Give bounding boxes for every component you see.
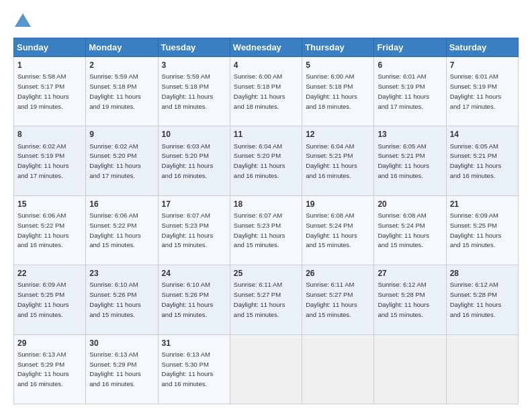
day-number: 4 bbox=[234, 60, 298, 71]
day-info: Sunrise: 6:06 AM Sunset: 5:22 PM Dayligh… bbox=[17, 212, 69, 248]
day-cell: 1Sunrise: 5:58 AM Sunset: 5:17 PM Daylig… bbox=[14, 57, 86, 126]
day-info: Sunrise: 6:03 AM Sunset: 5:20 PM Dayligh… bbox=[162, 142, 214, 179]
day-cell: 9Sunrise: 6:02 AM Sunset: 5:20 PM Daylig… bbox=[86, 126, 158, 195]
day-number: 7 bbox=[450, 60, 515, 71]
day-info: Sunrise: 6:01 AM Sunset: 5:19 PM Dayligh… bbox=[450, 73, 502, 109]
day-cell: 20Sunrise: 6:08 AM Sunset: 5:24 PM Dayli… bbox=[374, 195, 446, 265]
week-row: 29Sunrise: 6:13 AM Sunset: 5:29 PM Dayli… bbox=[14, 334, 519, 404]
day-cell: 13Sunrise: 6:05 AM Sunset: 5:21 PM Dayli… bbox=[374, 126, 446, 195]
day-cell: 25Sunrise: 6:11 AM Sunset: 5:27 PM Dayli… bbox=[230, 265, 302, 334]
day-cell: 17Sunrise: 6:07 AM Sunset: 5:23 PM Dayli… bbox=[158, 195, 230, 265]
day-info: Sunrise: 6:05 AM Sunset: 5:21 PM Dayligh… bbox=[378, 142, 429, 179]
day-info: Sunrise: 5:59 AM Sunset: 5:18 PM Dayligh… bbox=[162, 73, 214, 109]
day-cell: 22Sunrise: 6:09 AM Sunset: 5:25 PM Dayli… bbox=[14, 265, 86, 334]
header-cell-wednesday: Wednesday bbox=[230, 38, 302, 57]
day-number: 11 bbox=[234, 129, 298, 140]
day-info: Sunrise: 6:12 AM Sunset: 5:28 PM Dayligh… bbox=[378, 281, 429, 318]
day-number: 24 bbox=[162, 268, 226, 279]
day-number: 15 bbox=[17, 199, 82, 210]
day-cell: 12Sunrise: 6:04 AM Sunset: 5:21 PM Dayli… bbox=[302, 126, 374, 195]
day-info: Sunrise: 6:11 AM Sunset: 5:27 PM Dayligh… bbox=[234, 281, 285, 318]
day-info: Sunrise: 6:10 AM Sunset: 5:26 PM Dayligh… bbox=[89, 281, 141, 318]
day-number: 17 bbox=[162, 199, 226, 210]
header-cell-monday: Monday bbox=[86, 38, 158, 57]
week-row: 8Sunrise: 6:02 AM Sunset: 5:19 PM Daylig… bbox=[14, 126, 519, 195]
day-number: 12 bbox=[306, 129, 370, 140]
header-cell-saturday: Saturday bbox=[446, 38, 518, 57]
day-number: 31 bbox=[162, 338, 226, 349]
header bbox=[13, 11, 519, 31]
day-cell: 3Sunrise: 5:59 AM Sunset: 5:18 PM Daylig… bbox=[158, 57, 230, 126]
day-cell: 16Sunrise: 6:06 AM Sunset: 5:22 PM Dayli… bbox=[86, 195, 158, 265]
day-cell bbox=[302, 334, 374, 404]
calendar: SundayMondayTuesdayWednesdayThursdayFrid… bbox=[13, 38, 519, 404]
day-number: 30 bbox=[89, 338, 154, 349]
day-cell: 8Sunrise: 6:02 AM Sunset: 5:19 PM Daylig… bbox=[14, 126, 86, 195]
week-row: 15Sunrise: 6:06 AM Sunset: 5:22 PM Dayli… bbox=[14, 195, 519, 265]
day-cell: 11Sunrise: 6:04 AM Sunset: 5:20 PM Dayli… bbox=[230, 126, 302, 195]
header-cell-sunday: Sunday bbox=[14, 38, 86, 57]
day-info: Sunrise: 6:09 AM Sunset: 5:25 PM Dayligh… bbox=[17, 281, 69, 318]
day-cell: 5Sunrise: 6:00 AM Sunset: 5:18 PM Daylig… bbox=[302, 57, 374, 126]
day-cell: 10Sunrise: 6:03 AM Sunset: 5:20 PM Dayli… bbox=[158, 126, 230, 195]
day-info: Sunrise: 6:07 AM Sunset: 5:23 PM Dayligh… bbox=[234, 212, 285, 248]
day-cell: 24Sunrise: 6:10 AM Sunset: 5:26 PM Dayli… bbox=[158, 265, 230, 334]
calendar-body: 1Sunrise: 5:58 AM Sunset: 5:17 PM Daylig… bbox=[14, 57, 519, 404]
day-number: 9 bbox=[89, 129, 154, 140]
day-info: Sunrise: 6:13 AM Sunset: 5:29 PM Dayligh… bbox=[17, 351, 69, 387]
day-cell: 14Sunrise: 6:05 AM Sunset: 5:21 PM Dayli… bbox=[446, 126, 518, 195]
day-info: Sunrise: 6:11 AM Sunset: 5:27 PM Dayligh… bbox=[306, 281, 357, 318]
day-number: 25 bbox=[234, 268, 298, 279]
day-info: Sunrise: 6:08 AM Sunset: 5:24 PM Dayligh… bbox=[306, 212, 357, 248]
day-cell: 31Sunrise: 6:13 AM Sunset: 5:30 PM Dayli… bbox=[158, 334, 230, 404]
day-cell: 21Sunrise: 6:09 AM Sunset: 5:25 PM Dayli… bbox=[446, 195, 518, 265]
day-cell bbox=[374, 334, 446, 404]
week-row: 1Sunrise: 5:58 AM Sunset: 5:17 PM Daylig… bbox=[14, 57, 519, 126]
day-number: 18 bbox=[234, 199, 298, 210]
header-cell-friday: Friday bbox=[374, 38, 446, 57]
day-number: 20 bbox=[378, 199, 442, 210]
day-number: 28 bbox=[450, 268, 515, 279]
day-info: Sunrise: 6:00 AM Sunset: 5:18 PM Dayligh… bbox=[306, 73, 357, 109]
day-info: Sunrise: 5:58 AM Sunset: 5:17 PM Dayligh… bbox=[17, 73, 69, 109]
day-cell: 7Sunrise: 6:01 AM Sunset: 5:19 PM Daylig… bbox=[446, 57, 518, 126]
day-number: 23 bbox=[89, 268, 154, 279]
day-info: Sunrise: 6:06 AM Sunset: 5:22 PM Dayligh… bbox=[89, 212, 141, 248]
day-info: Sunrise: 6:13 AM Sunset: 5:29 PM Dayligh… bbox=[89, 351, 141, 387]
header-row: SundayMondayTuesdayWednesdayThursdayFrid… bbox=[14, 38, 519, 57]
header-cell-tuesday: Tuesday bbox=[158, 38, 230, 57]
day-info: Sunrise: 6:02 AM Sunset: 5:20 PM Dayligh… bbox=[89, 142, 141, 179]
day-info: Sunrise: 6:09 AM Sunset: 5:25 PM Dayligh… bbox=[450, 212, 502, 248]
day-number: 3 bbox=[162, 60, 226, 71]
day-info: Sunrise: 5:59 AM Sunset: 5:18 PM Dayligh… bbox=[89, 73, 141, 109]
day-info: Sunrise: 6:07 AM Sunset: 5:23 PM Dayligh… bbox=[162, 212, 214, 248]
day-number: 13 bbox=[378, 129, 442, 140]
day-info: Sunrise: 6:10 AM Sunset: 5:26 PM Dayligh… bbox=[162, 281, 214, 318]
day-number: 16 bbox=[89, 199, 154, 210]
logo-icon bbox=[13, 12, 32, 31]
day-info: Sunrise: 6:08 AM Sunset: 5:24 PM Dayligh… bbox=[378, 212, 429, 248]
day-cell: 19Sunrise: 6:08 AM Sunset: 5:24 PM Dayli… bbox=[302, 195, 374, 265]
week-row: 22Sunrise: 6:09 AM Sunset: 5:25 PM Dayli… bbox=[14, 265, 519, 334]
day-cell: 27Sunrise: 6:12 AM Sunset: 5:28 PM Dayli… bbox=[374, 265, 446, 334]
day-info: Sunrise: 6:00 AM Sunset: 5:18 PM Dayligh… bbox=[234, 73, 285, 109]
day-number: 29 bbox=[17, 338, 82, 349]
day-cell: 18Sunrise: 6:07 AM Sunset: 5:23 PM Dayli… bbox=[230, 195, 302, 265]
calendar-header: SundayMondayTuesdayWednesdayThursdayFrid… bbox=[14, 38, 519, 57]
day-number: 2 bbox=[89, 60, 154, 71]
day-cell: 15Sunrise: 6:06 AM Sunset: 5:22 PM Dayli… bbox=[14, 195, 86, 265]
day-cell: 23Sunrise: 6:10 AM Sunset: 5:26 PM Dayli… bbox=[86, 265, 158, 334]
day-cell bbox=[230, 334, 302, 404]
day-number: 22 bbox=[17, 268, 82, 279]
day-info: Sunrise: 6:04 AM Sunset: 5:21 PM Dayligh… bbox=[306, 142, 357, 179]
day-number: 5 bbox=[306, 60, 370, 71]
header-cell-thursday: Thursday bbox=[302, 38, 374, 57]
day-info: Sunrise: 6:02 AM Sunset: 5:19 PM Dayligh… bbox=[17, 142, 69, 179]
day-number: 26 bbox=[306, 268, 370, 279]
day-number: 21 bbox=[450, 199, 515, 210]
day-number: 8 bbox=[17, 129, 82, 140]
day-cell: 4Sunrise: 6:00 AM Sunset: 5:18 PM Daylig… bbox=[230, 57, 302, 126]
logo bbox=[13, 11, 36, 31]
day-number: 6 bbox=[378, 60, 442, 71]
day-info: Sunrise: 6:01 AM Sunset: 5:19 PM Dayligh… bbox=[378, 73, 429, 109]
